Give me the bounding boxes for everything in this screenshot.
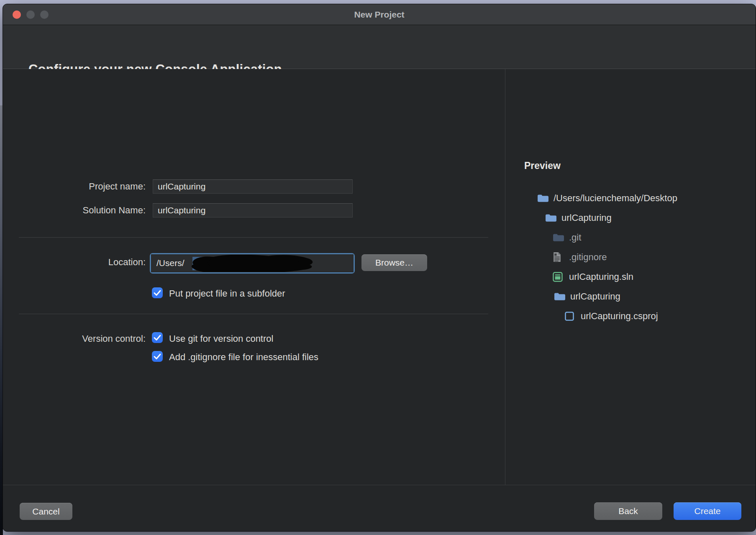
new-project-dialog: New Project Configure your new Console A… [3,4,756,532]
preview-title: Preview [524,160,561,172]
browse-button[interactable]: Browse… [361,254,427,271]
tree-item-label: .git [569,232,581,243]
section-divider [19,237,488,238]
configuration-form-panel: Project name: urlCapturing Solution Name… [3,69,505,485]
location-value-prefix: /Users/ [156,258,185,268]
tree-item-label: .gitignore [569,252,607,263]
location-input[interactable]: /Users/ top [150,253,355,274]
location-label: Location: [45,257,146,268]
tree-row: urlCapturing [506,287,756,306]
checkmark-icon [152,287,163,298]
dialog-footer: Cancel Back Create [3,485,756,532]
solution-file-icon [553,272,564,282]
tree-item-label: /Users/lucienchemaly/Desktop [554,193,677,204]
back-button[interactable]: Back [594,502,662,520]
checkmark-icon [152,332,163,343]
cancel-button[interactable]: Cancel [20,503,72,520]
tree-item-label: urlCapturing [561,212,612,223]
tree-item-label: urlCapturing.csproj [581,311,658,322]
window-title: New Project [3,10,756,20]
title-bar: New Project [3,4,756,25]
preview-panel: Preview /Users/lucienchemaly/Desktop url… [506,69,756,485]
project-name-input[interactable]: urlCapturing [153,179,353,194]
folder-icon [537,193,548,203]
folder-icon [554,292,565,302]
location-input-inner: /Users/ top [151,254,354,272]
subfolder-checkbox-label: Put project file in a subfolder [169,288,285,299]
version-control-label: Version control: [45,333,146,344]
solution-name-input[interactable]: urlCapturing [153,203,353,218]
use-git-checkbox[interactable] [152,332,163,343]
csproj-file-icon [564,311,576,321]
dim-folder-icon [553,233,564,243]
file-tree: /Users/lucienchemaly/Desktop urlCapturin… [506,188,756,326]
tree-row: urlCapturing.sln [506,267,756,287]
solution-name-label: Solution Name: [45,205,146,216]
dialog-content: Project name: urlCapturing Solution Name… [3,69,756,485]
tree-row: urlCapturing [506,208,756,228]
text-file-icon [553,252,564,262]
dialog-header: Configure your new Console Application [3,25,756,69]
tree-row: .gitignore [506,247,756,267]
subfolder-checkbox[interactable] [152,287,163,298]
checkmark-icon [152,351,163,362]
tree-item-label: urlCapturing [570,291,620,302]
redaction-scribble [189,254,315,272]
gitignore-checkbox[interactable] [152,351,163,362]
tree-item-label: urlCapturing.sln [569,271,633,282]
create-button[interactable]: Create [674,502,741,520]
gitignore-checkbox-label: Add .gitignore file for inessential file… [169,352,318,363]
tree-row: urlCapturing.csproj [506,306,756,326]
project-name-label: Project name: [45,181,146,192]
use-git-checkbox-label: Use git for version control [169,333,273,344]
tree-row: .git [506,228,756,247]
section-divider [19,314,488,314]
folder-icon [545,213,556,223]
tree-row: /Users/lucienchemaly/Desktop [506,188,756,208]
